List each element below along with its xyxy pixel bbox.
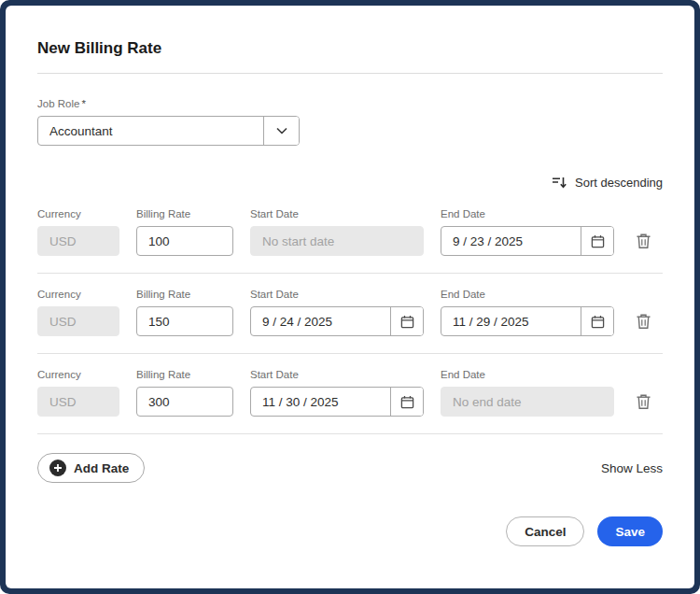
end-date-column-label: End Date — [441, 369, 614, 380]
sort-descending-button[interactable]: Sort descending — [552, 176, 663, 190]
job-role-picker[interactable] — [37, 116, 300, 146]
start-date-field[interactable] — [250, 387, 424, 417]
required-asterisk: * — [81, 98, 85, 109]
delete-rate-button[interactable] — [631, 309, 655, 333]
rate-row-fields — [37, 387, 663, 417]
currency-input — [37, 387, 119, 417]
start-date-field — [250, 226, 424, 256]
rate-rows: Currency Billing Rate Start Date End Dat… — [37, 193, 663, 434]
end-date-input[interactable] — [441, 227, 581, 255]
rate-row-labels: Currency Billing Rate Start Date End Dat… — [37, 289, 663, 300]
add-rate-label: Add Rate — [74, 461, 129, 475]
add-rate-button[interactable]: Add Rate — [37, 453, 145, 483]
end-date-field[interactable] — [441, 226, 614, 256]
billing-rate-input[interactable] — [136, 306, 233, 336]
rate-row-labels: Currency Billing Rate Start Date End Dat… — [37, 369, 663, 380]
rate-row: Currency Billing Rate Start Date End Dat… — [37, 274, 663, 354]
start-date-field[interactable] — [250, 306, 424, 336]
start-date-input[interactable] — [251, 388, 390, 416]
billing-rate-input[interactable] — [136, 226, 233, 256]
divider — [37, 73, 663, 74]
dialog-footer: Cancel Save — [37, 516, 663, 546]
rate-row: Currency Billing Rate Start Date End Dat… — [37, 193, 663, 274]
end-date-input[interactable] — [441, 307, 581, 335]
currency-column-label: Currency — [37, 208, 119, 219]
show-less-button[interactable]: Show Less — [601, 461, 663, 475]
chevron-down-icon — [276, 128, 287, 134]
job-role-input[interactable] — [38, 117, 263, 145]
rate-row-fields — [37, 306, 663, 336]
cancel-button[interactable]: Cancel — [506, 516, 584, 546]
delete-rate-button[interactable] — [631, 389, 655, 414]
rate-row-labels: Currency Billing Rate Start Date End Dat… — [37, 208, 663, 219]
currency-column-label: Currency — [37, 289, 119, 300]
end-date-column-label: End Date — [441, 208, 614, 219]
screen-frame: New Billing Rate Job Role* Sort descendi… — [0, 0, 700, 594]
end-date-input — [441, 388, 613, 416]
calendar-icon — [591, 234, 605, 248]
currency-input — [37, 226, 119, 256]
start-date-calendar-button[interactable] — [390, 307, 423, 335]
job-role-field-group: Job Role* — [37, 98, 663, 146]
billing-rate-column-label: Billing Rate — [136, 208, 233, 219]
end-date-calendar-button[interactable] — [581, 307, 613, 335]
start-date-column-label: Start Date — [250, 208, 424, 219]
trash-icon — [636, 393, 651, 410]
start-date-column-label: Start Date — [250, 289, 424, 300]
new-billing-rate-dialog: New Billing Rate Job Role* Sort descendi… — [6, 6, 694, 588]
calendar-icon — [400, 395, 414, 409]
start-date-column-label: Start Date — [250, 369, 424, 380]
currency-input — [37, 306, 119, 336]
billing-rate-column-label: Billing Rate — [136, 289, 233, 300]
billing-rate-column-label: Billing Rate — [136, 369, 233, 380]
add-rate-row: Add Rate Show Less — [37, 453, 663, 483]
sort-descending-icon — [552, 176, 567, 190]
plus-icon — [49, 460, 66, 476]
end-date-field — [441, 387, 614, 417]
rate-row-fields — [37, 226, 663, 256]
delete-rate-button[interactable] — [631, 229, 655, 253]
sort-descending-label: Sort descending — [575, 176, 663, 190]
billing-rate-input[interactable] — [136, 387, 233, 417]
currency-column-label: Currency — [37, 369, 119, 380]
end-date-field[interactable] — [441, 306, 614, 336]
end-date-column-label: End Date — [441, 289, 614, 300]
calendar-icon — [591, 315, 605, 329]
job-role-label: Job Role* — [37, 98, 663, 109]
start-date-calendar-button[interactable] — [390, 388, 423, 416]
start-date-input[interactable] — [251, 307, 390, 335]
calendar-icon — [400, 315, 414, 329]
start-date-input — [251, 227, 423, 255]
save-button[interactable]: Save — [597, 516, 663, 546]
job-role-label-text: Job Role — [37, 98, 79, 109]
trash-icon — [636, 233, 651, 249]
rate-row: Currency Billing Rate Start Date End Dat… — [37, 354, 663, 434]
sort-row: Sort descending — [37, 176, 663, 190]
dialog-title: New Billing Rate — [37, 39, 663, 58]
job-role-dropdown-button[interactable] — [263, 117, 299, 145]
trash-icon — [636, 313, 651, 330]
end-date-calendar-button[interactable] — [581, 227, 613, 255]
